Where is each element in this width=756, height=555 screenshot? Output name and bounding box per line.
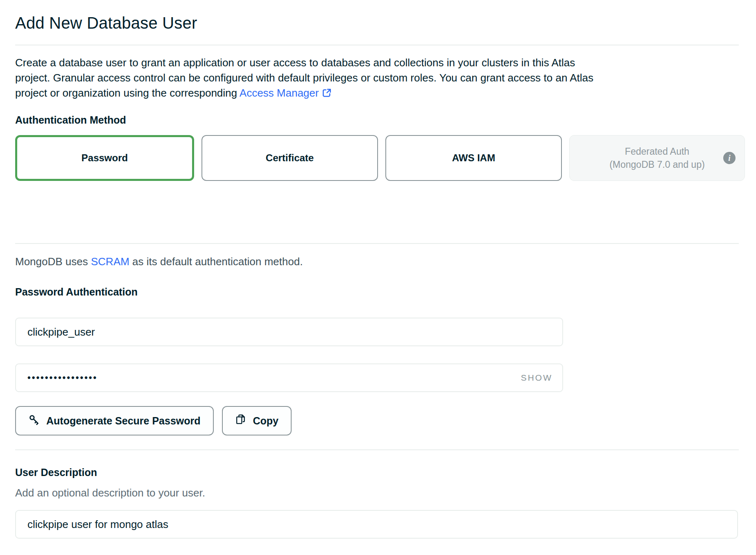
federated-auth-line-2: (MongoDB 7.0 and up) bbox=[609, 158, 705, 171]
auth-option-password[interactable]: Password bbox=[15, 135, 194, 181]
auth-option-password-label: Password bbox=[81, 152, 128, 164]
intro-line-2: project. Granular access control can be … bbox=[15, 70, 739, 86]
section-divider-description bbox=[15, 449, 739, 450]
scram-note-prefix: MongoDB uses bbox=[15, 255, 91, 268]
auth-option-aws-iam[interactable]: AWS IAM bbox=[385, 135, 562, 181]
password-input[interactable] bbox=[15, 363, 563, 392]
auth-option-certificate-label: Certificate bbox=[266, 152, 314, 164]
federated-auth-line-1: Federated Auth bbox=[609, 145, 705, 158]
copy-password-button[interactable]: Copy bbox=[222, 406, 292, 435]
scram-note-suffix: as its default authentication method. bbox=[129, 255, 303, 268]
authentication-method-label: Authentication Method bbox=[15, 114, 739, 126]
page-title: Add New Database User bbox=[15, 14, 739, 32]
external-link-icon bbox=[322, 87, 332, 102]
auth-option-federated-auth-label: Federated Auth (MongoDB 7.0 and up) bbox=[609, 145, 705, 171]
user-description-input[interactable] bbox=[15, 510, 738, 539]
auth-option-certificate[interactable]: Certificate bbox=[201, 135, 378, 181]
authentication-method-options: Password Certificate AWS IAM Federated A… bbox=[15, 135, 745, 181]
copy-button-label: Copy bbox=[253, 415, 279, 427]
password-authentication-title: Password Authentication bbox=[15, 286, 739, 298]
auth-option-federated-auth: Federated Auth (MongoDB 7.0 and up) i bbox=[569, 135, 745, 181]
intro-line-1: Create a database user to grant an appli… bbox=[15, 55, 739, 70]
intro-line-3-text: project or organization using the corres… bbox=[15, 87, 240, 99]
info-icon[interactable]: i bbox=[723, 152, 736, 164]
autogenerate-password-label: Autogenerate Secure Password bbox=[46, 415, 201, 427]
copy-icon bbox=[235, 414, 247, 428]
password-field-wrapper: SHOW bbox=[15, 363, 563, 392]
intro-line-3: project or organization using the corres… bbox=[15, 86, 739, 102]
user-description-hint: Add an optional description to your user… bbox=[15, 487, 739, 499]
auth-option-aws-iam-label: AWS IAM bbox=[452, 152, 495, 164]
title-divider bbox=[15, 45, 739, 45]
password-actions: Autogenerate Secure Password Copy bbox=[15, 406, 739, 435]
scram-note: MongoDB uses SCRAM as its default authen… bbox=[15, 255, 739, 268]
autogenerate-password-button[interactable]: Autogenerate Secure Password bbox=[15, 406, 214, 435]
key-icon bbox=[28, 414, 40, 428]
intro-paragraph: Create a database user to grant an appli… bbox=[15, 55, 739, 102]
spacer bbox=[15, 181, 739, 243]
scram-link[interactable]: SCRAM bbox=[91, 255, 129, 268]
section-divider-auth bbox=[15, 243, 739, 244]
username-input[interactable] bbox=[15, 318, 563, 346]
access-manager-link[interactable]: Access Manager bbox=[240, 87, 319, 99]
user-description-title: User Description bbox=[15, 467, 739, 478]
show-password-toggle[interactable]: SHOW bbox=[517, 373, 552, 383]
add-database-user-form: Add New Database User Create a database … bbox=[0, 0, 756, 555]
